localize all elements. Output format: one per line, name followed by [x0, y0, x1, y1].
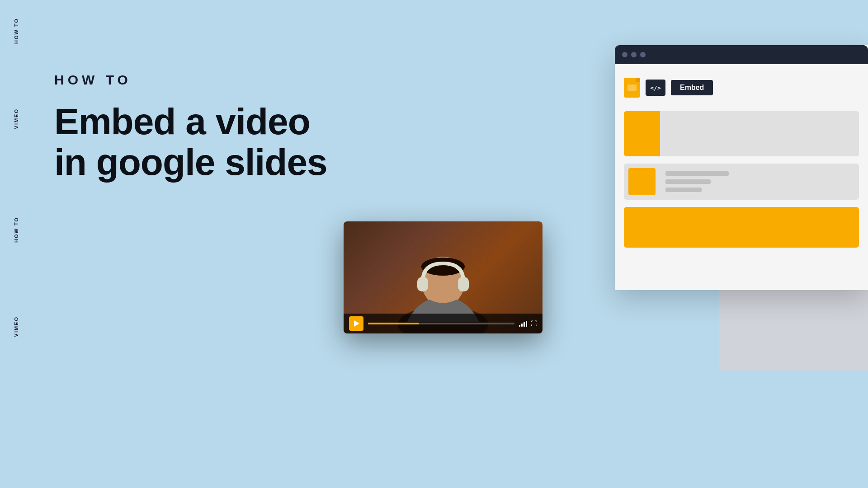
svg-rect-5: [458, 277, 469, 291]
main-title: Embed a video in google slides: [54, 101, 327, 183]
bar-4: [526, 321, 527, 327]
slide-item-1: [624, 111, 859, 156]
progress-fill: [368, 323, 419, 324]
google-slides-icon: [624, 78, 640, 98]
browser-titlebar: [615, 45, 868, 64]
main-content: HOW TO Embed a video in google slides: [54, 72, 327, 183]
subtitle: HOW TO: [54, 72, 327, 88]
slides-icon-inner: [627, 84, 637, 91]
svg-rect-4: [417, 277, 428, 291]
browser-dot-2: [631, 52, 637, 57]
play-button[interactable]: [349, 316, 363, 331]
content-line-3: [665, 188, 702, 192]
video-controls[interactable]: ⛶: [344, 314, 542, 333]
title-line1: Embed a video: [54, 101, 327, 142]
browser-dot-1: [622, 52, 627, 57]
browser-body: </> Embed: [615, 64, 868, 290]
side-label-how-to-top: HOW TO: [14, 18, 19, 44]
slide-list: [624, 111, 859, 248]
slide-thumb-2: [628, 168, 656, 195]
bar-1: [519, 325, 520, 327]
slide-content-2: [660, 164, 734, 200]
volume-icon: [519, 320, 527, 327]
bar-3: [524, 322, 525, 327]
progress-bar[interactable]: [368, 323, 514, 324]
embed-button[interactable]: Embed: [671, 80, 713, 95]
embed-code-button[interactable]: </>: [646, 80, 665, 96]
play-icon: [354, 320, 359, 327]
content-line-2: [665, 179, 711, 184]
browser-window: </> Embed: [615, 45, 868, 290]
video-controls-right: ⛶: [519, 320, 537, 327]
browser-dot-3: [640, 52, 646, 57]
slide-item-2: [624, 164, 859, 200]
slide-thumb-1: [624, 111, 660, 156]
fullscreen-icon[interactable]: ⛶: [531, 320, 537, 327]
slide-item-3: [624, 207, 859, 248]
side-label-vimeo-top: VIMEO: [14, 108, 19, 129]
side-label-how-to-bottom: HOW TO: [14, 217, 19, 243]
slides-toolbar: </> Embed: [624, 73, 859, 102]
bar-2: [521, 324, 523, 327]
title-line2: in google slides: [54, 142, 327, 183]
video-player[interactable]: ⛶: [344, 221, 542, 333]
side-label-vimeo-bottom: VIMEO: [14, 316, 19, 337]
content-line-1: [665, 171, 729, 176]
